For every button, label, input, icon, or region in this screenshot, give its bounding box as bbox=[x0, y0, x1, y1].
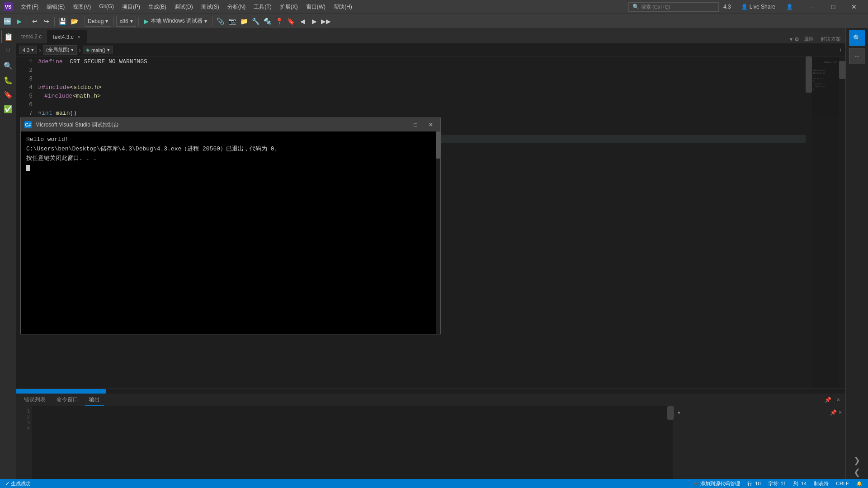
tab-command-window[interactable]: 命令窗口 bbox=[52, 394, 83, 405]
tab-output[interactable]: 输出 bbox=[85, 394, 104, 406]
code-line-7: ⊟ int main() bbox=[36, 109, 806, 117]
status-build-success[interactable]: ✓ 生成成功 bbox=[4, 480, 33, 487]
bottom-right-pin2-icon[interactable]: 📌 bbox=[830, 409, 837, 416]
status-notification[interactable]: 🔔 bbox=[854, 481, 864, 487]
menu-file[interactable]: 文件(F) bbox=[17, 2, 42, 12]
save-icon[interactable]: 💾 bbox=[57, 16, 68, 27]
menu-window[interactable]: 窗口(W) bbox=[302, 2, 329, 12]
attach-icon[interactable]: 📎 bbox=[215, 16, 226, 27]
platform-dropdown[interactable]: x86 ▾ bbox=[116, 16, 136, 27]
bottom-right-dropdown[interactable]: ▾ bbox=[678, 410, 680, 416]
bottom-output-area bbox=[32, 406, 667, 479]
live-share-button[interactable]: 👤 Live Share bbox=[737, 3, 779, 11]
toolbar-separator2 bbox=[54, 17, 55, 26]
line-ending-label: CRLF bbox=[836, 481, 849, 486]
nav-fwd-icon[interactable]: ▶▶ bbox=[321, 16, 331, 27]
tab-error-list[interactable]: 错误列表 bbox=[19, 394, 50, 405]
code-line-1: #define _CRT_SECURE_NO_WARNINGS bbox=[36, 57, 806, 66]
run-button[interactable]: ▶ 本地 Windows 调试器 ▾ bbox=[141, 16, 210, 27]
tool2-icon[interactable]: 🔩 bbox=[262, 16, 273, 27]
status-col[interactable]: 列: 14 bbox=[792, 480, 808, 487]
minimize-button[interactable]: ─ bbox=[802, 0, 823, 14]
console-output-line2: C:\Users\ben\Desktop\储存库\4.3\Debug\4.3.e… bbox=[26, 145, 435, 154]
right-panel-replace-btn[interactable]: ↔ bbox=[849, 48, 865, 64]
tab-test42[interactable]: test4.2.c bbox=[16, 30, 47, 43]
status-row[interactable]: 行: 10 bbox=[745, 480, 762, 487]
tool3-icon[interactable]: 📍 bbox=[274, 16, 284, 27]
menu-git[interactable]: Git(G) bbox=[95, 2, 118, 12]
bottom-panel-close-icon[interactable]: × bbox=[835, 397, 842, 403]
maximize-button[interactable]: □ bbox=[823, 0, 844, 14]
menu-test[interactable]: 测试(S) bbox=[198, 2, 223, 12]
tab-settings-icon[interactable]: ⚙ bbox=[794, 36, 799, 42]
console-minimize-button[interactable]: ─ bbox=[394, 120, 406, 129]
bookmark-icon[interactable]: 🔖 bbox=[285, 16, 296, 27]
sidebar-item-git[interactable]: ⑂ bbox=[1, 44, 15, 58]
right-panel-expand-left-icon[interactable]: ❯ bbox=[854, 455, 860, 465]
bottom-scrollbar-v[interactable] bbox=[667, 406, 674, 479]
menu-project[interactable]: 项目(P) bbox=[118, 2, 144, 12]
menu-help[interactable]: 帮助(H) bbox=[330, 2, 356, 12]
sidebar-item-test2[interactable]: ✅ bbox=[1, 102, 15, 116]
tab-close-icon[interactable]: × bbox=[76, 34, 81, 40]
undo-icon[interactable]: ↩ bbox=[29, 16, 40, 27]
console-titlebar[interactable]: C# Microsoft Visual Studio 调试控制台 ─ □ ✕ bbox=[21, 118, 440, 131]
status-source-control[interactable]: ➕ 添加到源代码管理 bbox=[691, 480, 742, 487]
menu-analyze[interactable]: 分析(N) bbox=[224, 2, 250, 12]
save-all-icon[interactable]: 📂 bbox=[69, 16, 80, 27]
sidebar-item-solution[interactable]: 📋 bbox=[1, 30, 15, 43]
debug-config-chevron: ▾ bbox=[105, 18, 108, 24]
title-search-box[interactable]: 🔍 搜索 (Ctrl+Q) bbox=[628, 2, 719, 12]
new-project-icon[interactable]: 🆕 bbox=[2, 16, 13, 27]
status-char[interactable]: 字符: 11 bbox=[766, 480, 788, 487]
menu-extensions[interactable]: 扩展(X) bbox=[276, 2, 302, 12]
menu-edit[interactable]: 编辑(E) bbox=[43, 2, 68, 12]
col-label: 列: 14 bbox=[793, 480, 807, 487]
nav-next-icon[interactable]: ▶ bbox=[309, 16, 320, 27]
solution-explorer-btn[interactable]: 解决方案 bbox=[818, 35, 844, 43]
console-maximize-button[interactable]: □ bbox=[410, 120, 421, 129]
status-tab[interactable]: 制表符 bbox=[812, 480, 830, 487]
editor-scrollbar[interactable] bbox=[806, 56, 812, 389]
menu-tools[interactable]: 工具(T) bbox=[250, 2, 275, 12]
fold-icon-7[interactable]: ⊟ bbox=[38, 109, 41, 117]
sidebar-item-search[interactable]: 🔍 bbox=[1, 59, 15, 72]
close-button[interactable]: ✕ bbox=[844, 0, 864, 14]
breadcrumb-end-icon[interactable]: + bbox=[839, 47, 842, 53]
sidebar-item-debug2[interactable]: 🐛 bbox=[1, 73, 15, 87]
bottom-tabs: 错误列表 命令窗口 输出 📌 × bbox=[16, 394, 845, 406]
debug-config-dropdown[interactable]: Debug ▾ bbox=[85, 16, 111, 27]
menu-view[interactable]: 视图(V) bbox=[69, 2, 94, 12]
right-scrollbar-track[interactable] bbox=[839, 56, 845, 389]
bottom-scrollbar-h[interactable] bbox=[16, 389, 845, 394]
breadcrumb-function[interactable]: ◈ main() ▾ bbox=[83, 46, 113, 54]
menu-debug[interactable]: 调试(D) bbox=[171, 2, 197, 12]
bottom-content: 1234 ▾ 📌 × bbox=[16, 406, 845, 479]
tool1-icon[interactable]: 🔧 bbox=[250, 16, 261, 27]
menu-build[interactable]: 生成(B) bbox=[145, 2, 170, 12]
nav-prev-icon[interactable]: ◀ bbox=[297, 16, 308, 27]
redo-icon[interactable]: ↪ bbox=[41, 16, 52, 27]
user-avatar-icon[interactable]: 👤 bbox=[783, 4, 796, 10]
sidebar-item-bookmark2[interactable]: 🔖 bbox=[1, 88, 15, 101]
folder-icon[interactable]: 📁 bbox=[238, 16, 249, 27]
tab-text43[interactable]: text4.3.c × bbox=[47, 30, 87, 43]
console-close-button[interactable]: ✕ bbox=[425, 120, 437, 129]
status-line-ending[interactable]: CRLF bbox=[834, 481, 851, 486]
tab-dropdown-icon[interactable]: ▾ bbox=[790, 36, 793, 42]
title-bar: VS 文件(F) 编辑(E) 视图(V) Git(G) 项目(P) 生成(B) … bbox=[0, 0, 868, 14]
menu-bar: 文件(F) 编辑(E) 视图(V) Git(G) 项目(P) 生成(B) 调试(… bbox=[17, 2, 624, 12]
screenshot-icon[interactable]: 📷 bbox=[226, 16, 237, 27]
include-math: #include bbox=[44, 92, 72, 100]
right-panel-expand-right-icon[interactable]: ❮ bbox=[854, 467, 860, 477]
breadcrumb-scope[interactable]: (全局范围) ▾ bbox=[43, 45, 77, 55]
open-file-icon[interactable]: ▶ bbox=[14, 16, 24, 27]
breadcrumb-file[interactable]: 4.3 ▾ bbox=[19, 46, 37, 54]
run-label: 本地 Windows 调试器 bbox=[151, 17, 203, 25]
fold-icon-4[interactable]: ⊟ bbox=[38, 83, 41, 92]
bottom-right-close2-icon[interactable]: × bbox=[839, 409, 842, 416]
console-scrollbar[interactable] bbox=[436, 131, 440, 334]
properties-btn[interactable]: 属性 bbox=[801, 35, 816, 43]
right-panel-search-btn[interactable]: 🔍 bbox=[849, 30, 865, 46]
bottom-panel-pin-icon[interactable]: 📌 bbox=[823, 397, 833, 403]
